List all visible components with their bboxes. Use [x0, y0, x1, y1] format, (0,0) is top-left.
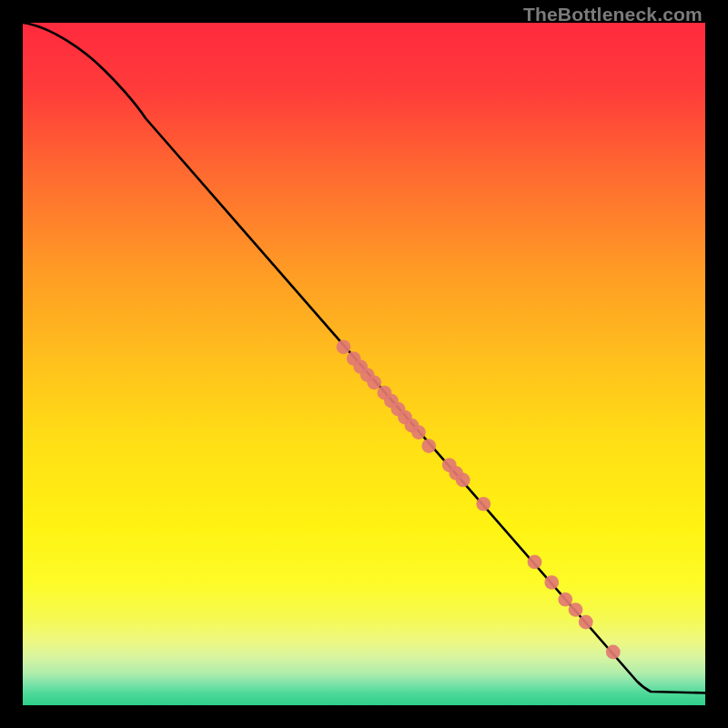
data-point	[411, 425, 426, 440]
data-point	[558, 592, 572, 607]
scatter-points	[337, 339, 621, 659]
data-point	[569, 602, 583, 617]
data-point	[544, 575, 559, 590]
data-point	[421, 439, 436, 453]
data-point	[337, 339, 351, 354]
plot-area	[23, 23, 705, 705]
chart-stage: TheBottleneck.com	[0, 0, 728, 728]
chart-svg	[23, 23, 705, 705]
watermark-text: TheBottleneck.com	[523, 4, 703, 25]
data-point	[456, 473, 470, 488]
data-point	[579, 615, 593, 630]
data-point	[606, 645, 621, 660]
data-point	[476, 497, 490, 511]
data-point	[367, 375, 381, 389]
data-point	[528, 555, 542, 570]
main-curve	[23, 23, 705, 693]
